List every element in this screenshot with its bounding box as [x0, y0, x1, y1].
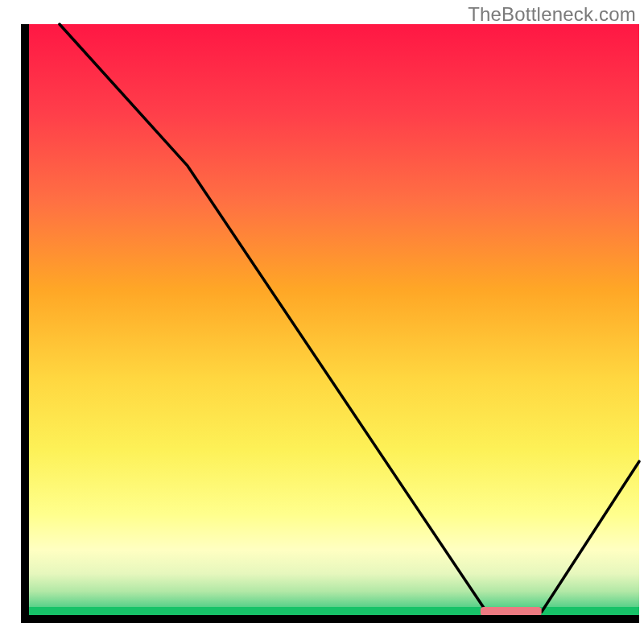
optimal-range-marker: [481, 607, 542, 616]
bottleneck-chart: [0, 0, 644, 644]
chart-container: { "watermark": "TheBottleneck.com", "cha…: [0, 0, 644, 644]
green-footer-band: [29, 607, 639, 615]
plot-background: [29, 24, 639, 615]
